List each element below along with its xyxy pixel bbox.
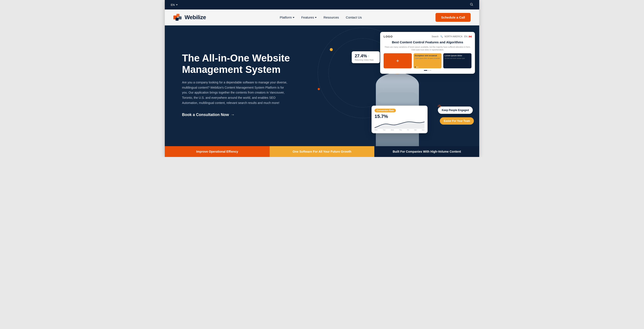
conversion-chart — [374, 120, 424, 129]
nav-links: Platform Features Resources Contact Us — [280, 16, 362, 19]
hero-cta-button[interactable]: Book a Consultation Now → — [182, 113, 234, 117]
dash-title: Best Content Control Features and Algori… — [384, 40, 472, 44]
platform-chevron-icon — [293, 17, 294, 18]
bottom-strip: Improve Operational Effiency One Softwar… — [165, 146, 479, 157]
navbar: Webilize Platform Features Resources — [165, 10, 479, 26]
dash-header: LOGO Search 🔍 NORTH AMERICA EN | 🇨🇦 — [384, 35, 472, 38]
logo-icon — [174, 13, 182, 22]
svg-line-12 — [440, 105, 441, 106]
language-label: EN — [171, 3, 175, 7]
hero-visual: LOGO Search 🔍 NORTH AMERICA EN | 🇨🇦 Best… — [297, 26, 479, 146]
plus-icon: + — [396, 58, 399, 64]
conversion-badge: Conversion Rate — [374, 109, 396, 112]
strip-item-3[interactable]: Built For Companies With High-Volume Con… — [374, 146, 479, 157]
dash-subtitle: There are many variations of lorem ipsum… — [384, 46, 472, 51]
lang-chevron-icon — [176, 4, 178, 6]
woman-arms — [377, 92, 418, 103]
nav-item-platform[interactable]: Platform — [280, 16, 294, 19]
strip-item-1[interactable]: Improve Operational Effiency — [165, 146, 270, 157]
features-chevron-icon — [315, 17, 316, 18]
logo-text: Webilize — [184, 14, 206, 21]
visitor-label: Returning Visitor Rate — [355, 59, 377, 61]
logo[interactable]: Webilize — [174, 13, 206, 22]
nav-item-contact[interactable]: Contact Us — [346, 16, 362, 19]
conversion-percentage: 15.7% — [374, 114, 424, 119]
svg-rect-3 — [176, 14, 180, 17]
search-icon[interactable] — [470, 3, 473, 7]
red-dot-1 — [318, 88, 320, 90]
dash-grid: + Excepteur sint occaecat Lorem ipsum do… — [384, 53, 472, 68]
dash-logo: LOGO — [384, 35, 393, 38]
easier-team-badge: Easier For Your Team — [440, 117, 474, 125]
chart-svg — [374, 120, 424, 129]
hero-description: Are you a company looking for a dependab… — [182, 80, 290, 106]
hero-title: The All-in-One Website Management System — [182, 52, 302, 75]
nav-item-features[interactable]: Features — [301, 16, 316, 19]
top-bar: EN — [165, 0, 479, 10]
dashboard-card: LOGO Search 🔍 NORTH AMERICA EN | 🇨🇦 Best… — [380, 32, 475, 74]
strip-item-2[interactable]: One Software For All Your Future Growth — [270, 146, 374, 157]
up-arrow-icon: ↑ — [368, 54, 370, 58]
svg-line-11 — [440, 107, 441, 108]
dash-card-yellow: Excepteur sint occaecat Lorem ipsum dolo… — [414, 53, 442, 68]
svg-rect-5 — [178, 16, 182, 20]
dash-card-navy: Lorem ipsum dolor Ut enim ad minim venia… — [443, 53, 472, 68]
svg-line-10 — [438, 105, 439, 106]
chart-x-labels: Mon Tue Wed Thu Fri Sat Sun — [374, 129, 424, 131]
dash-pagination — [384, 70, 472, 71]
keep-engaged-badge: Keep People Engaged — [438, 107, 473, 114]
dash-card-orange: + — [384, 53, 412, 68]
schedule-call-button[interactable]: Schedule a Call — [436, 13, 470, 22]
dash-nav: Search 🔍 NORTH AMERICA EN | 🇨🇦 — [432, 35, 472, 38]
conversion-card: Conversion Rate 15.7% Mon Tue Wed Thu Fr… — [372, 106, 428, 133]
orange-dot-1 — [330, 48, 333, 51]
svg-rect-4 — [176, 18, 178, 21]
language-selector[interactable]: EN — [171, 3, 178, 7]
svg-point-0 — [470, 3, 472, 5]
hero-section: The All-in-One Website Management System… — [165, 26, 479, 146]
svg-line-1 — [472, 5, 473, 6]
visitor-rate-badge: 27.4% ↑ Returning Visitor Rate — [352, 51, 380, 63]
nav-item-resources[interactable]: Resources — [324, 16, 339, 19]
hero-content: The All-in-One Website Management System… — [182, 52, 302, 117]
sparkle-icon — [437, 104, 442, 110]
